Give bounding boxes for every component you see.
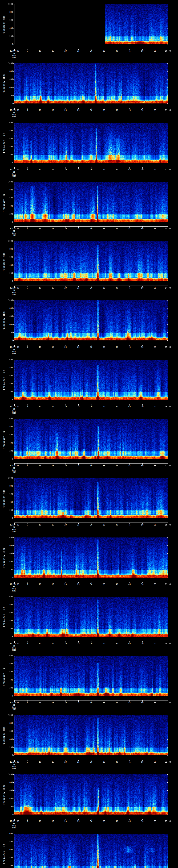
x-tick-label: 30 xyxy=(90,50,92,52)
y-axis-title: Frequency (Hz) xyxy=(3,844,5,864)
x-tick-label: 5 xyxy=(27,346,28,348)
y-tick-label: 800 xyxy=(5,70,13,72)
x-tick-label: 30 xyxy=(90,761,92,763)
x-tick-label: 55 xyxy=(154,406,156,408)
x-tick-label: 55 xyxy=(154,702,156,704)
y-tick-mark xyxy=(167,578,168,578)
x-axis-end-time-label: 11:00 xyxy=(165,109,171,111)
x-tick-label: 40 xyxy=(116,524,118,526)
x-tick-label: 25 xyxy=(77,50,80,52)
x-tick-label: 5 xyxy=(27,287,28,289)
y-axis-title: Frequency (Hz) xyxy=(3,725,5,745)
x-tick-label: 40 xyxy=(116,228,118,230)
x-tick-label: 25 xyxy=(77,287,80,289)
y-tick-mark xyxy=(13,680,14,680)
x-tick-label: 5 xyxy=(27,702,28,704)
y-tick-label: 0 xyxy=(5,43,13,45)
y-tick-label: 200 xyxy=(5,568,13,570)
y-tick-label: 800 xyxy=(5,367,13,369)
x-tick-label: 45 xyxy=(128,583,130,585)
y-tick-mark xyxy=(13,866,14,866)
spectrogram-panel: Frequency (Hz) 02004006008001000 5101520… xyxy=(0,178,178,237)
y-tick-mark xyxy=(13,553,14,554)
y-axis-title: Frequency (Hz) xyxy=(3,14,5,34)
spectrogram-image xyxy=(14,834,168,868)
x-axis-start-time-label: 12:16:00 xyxy=(10,465,19,467)
y-tick-mark xyxy=(13,249,14,249)
y-tick-mark xyxy=(167,739,168,740)
x-tick-label: 30 xyxy=(90,228,92,230)
y-tick-mark xyxy=(167,300,168,301)
x-tick-label: 50 xyxy=(141,228,143,230)
y-tick-label: 600 xyxy=(5,138,13,140)
y-tick-mark xyxy=(167,774,168,775)
x-axis-end-time-label: 20:00 xyxy=(165,643,171,645)
y-tick-mark xyxy=(13,63,14,64)
x-tick-label: 55 xyxy=(154,524,156,526)
x-tick-label: 55 xyxy=(154,761,156,763)
y-tick-mark xyxy=(13,4,14,4)
x-tick-label: 50 xyxy=(141,50,143,52)
x-tick-label: 5 xyxy=(27,583,28,585)
x-tick-label: 15 xyxy=(52,406,54,408)
y-tick-label: 400 xyxy=(5,146,13,148)
x-tick-label: 55 xyxy=(154,50,156,52)
spectrogram-panel: Frequency (Hz) 02004006008001000 5101520… xyxy=(0,652,178,711)
spectrogram-panel: Frequency (Hz) 02004006008001000 5101520… xyxy=(0,296,178,355)
y-tick-label: 600 xyxy=(5,256,13,258)
x-tick-label: 35 xyxy=(103,287,105,289)
y-tick-label: 800 xyxy=(5,545,13,547)
y-axis-line xyxy=(14,419,14,459)
y-axis-title: Frequency (Hz) xyxy=(3,607,5,627)
x-tick-label: 50 xyxy=(141,346,143,348)
x-axis-start-time-label: 12:14:00 xyxy=(10,346,19,348)
x-tick-label: 25 xyxy=(77,168,80,170)
y-tick-mark xyxy=(167,79,168,80)
y-axis-line xyxy=(14,715,14,755)
date-year-label: 2016 xyxy=(12,471,16,473)
x-tick-label: 10 xyxy=(39,228,41,230)
date-year-label: 2016 xyxy=(12,530,16,533)
x-tick-label: 35 xyxy=(103,820,105,823)
spectrogram-stack: Frequency (Hz) 02004006008001000 5101520… xyxy=(0,0,178,868)
y-tick-mark xyxy=(13,79,14,80)
y-tick-mark xyxy=(13,731,14,732)
x-axis-start-time-label: 12:22:00 xyxy=(10,820,19,823)
x-axis-end-time-label: 14:00 xyxy=(165,287,171,289)
x-tick-label: 40 xyxy=(116,583,118,585)
y-tick-label: 1000 xyxy=(5,240,13,242)
x-tick-label: 35 xyxy=(103,346,105,348)
x-tick-label: 40 xyxy=(116,50,118,52)
spectrogram-image xyxy=(14,300,168,340)
x-tick-label: 20 xyxy=(64,761,66,763)
x-tick-label: 50 xyxy=(141,761,143,763)
x-tick-label: 35 xyxy=(103,465,105,467)
x-tick-label: 15 xyxy=(52,583,54,585)
y-tick-mark xyxy=(13,782,14,783)
y-tick-label: 0 xyxy=(5,458,13,460)
y-tick-mark xyxy=(13,502,14,502)
y-tick-label: 800 xyxy=(5,841,13,843)
x-tick-label: 15 xyxy=(52,702,54,704)
x-tick-label: 20 xyxy=(64,406,66,408)
y-tick-mark xyxy=(13,814,14,815)
y-tick-label: 200 xyxy=(5,628,13,630)
y-tick-label: 400 xyxy=(5,620,13,622)
x-tick-label: 50 xyxy=(141,524,143,526)
date-year-label: 2016 xyxy=(12,175,16,177)
x-tick-label: 20 xyxy=(64,702,66,704)
y-tick-label: 200 xyxy=(5,687,13,689)
x-tick-label: 30 xyxy=(90,168,92,170)
x-tick-label: 55 xyxy=(154,643,156,645)
x-tick-label: 55 xyxy=(154,346,156,348)
y-tick-label: 800 xyxy=(5,130,13,132)
x-tick-label: 40 xyxy=(116,346,118,348)
y-tick-mark xyxy=(167,629,168,629)
x-tick-label: 10 xyxy=(39,168,41,170)
y-tick-mark xyxy=(13,578,14,578)
spectrogram-image xyxy=(14,478,168,518)
y-axis-title: Frequency (Hz) xyxy=(3,488,5,508)
x-tick-label: 55 xyxy=(154,820,156,823)
x-tick-label: 40 xyxy=(116,820,118,823)
y-tick-mark xyxy=(167,340,168,341)
